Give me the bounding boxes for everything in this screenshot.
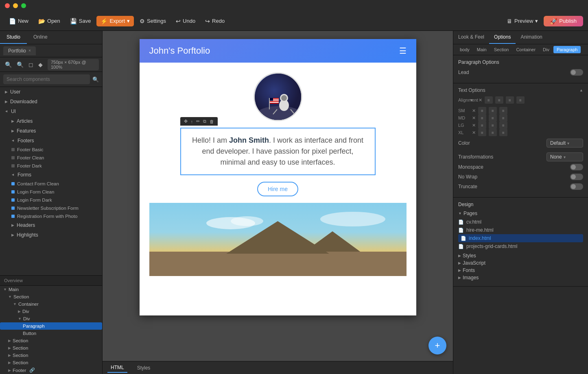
tree-item-container[interactable]: ▼ Container: [0, 300, 102, 308]
copy-icon[interactable]: ⧉: [202, 118, 208, 125]
sm-align-center[interactable]: ≡: [489, 107, 497, 114]
xl-align-center[interactable]: ≡: [489, 129, 497, 136]
component-login-form-clean[interactable]: Login Form Clean: [3, 188, 102, 196]
align-x-icon[interactable]: ✕: [479, 98, 482, 103]
delete-icon[interactable]: 🗑: [208, 118, 215, 125]
tree-item-section2[interactable]: ▶ Section: [0, 337, 102, 344]
studio-tab[interactable]: Studio: [0, 31, 27, 44]
ctx-div[interactable]: Div: [540, 46, 553, 53]
component-login-form-dark[interactable]: Login Form Dark: [3, 196, 102, 204]
fonts-section-header[interactable]: ▶ Fonts: [458, 267, 583, 273]
reset-zoom-button[interactable]: ◻: [27, 61, 35, 69]
component-footer-basic[interactable]: Footer Basic: [3, 146, 102, 154]
md-align-left[interactable]: ≡: [478, 114, 486, 122]
category-ui[interactable]: ▼ UI: [0, 107, 102, 116]
ctx-paragraph[interactable]: Paragraph: [553, 46, 581, 53]
tree-item-section5[interactable]: ▶ Section: [0, 359, 102, 366]
ctx-main[interactable]: Main: [474, 46, 490, 53]
maximize-traffic-light[interactable]: [21, 3, 26, 8]
zoom-in-button[interactable]: 🔍: [3, 61, 13, 69]
collapse-arrow-icon[interactable]: ▲: [579, 88, 583, 92]
export-button[interactable]: ⚡ Export ▾: [96, 16, 134, 26]
no-wrap-toggle[interactable]: [570, 174, 583, 180]
page-cv[interactable]: 📄 cv.html: [458, 218, 583, 226]
sm-x-icon[interactable]: ✕: [472, 108, 476, 113]
tree-item-section3[interactable]: ▶ Section: [0, 344, 102, 352]
up-icon[interactable]: ↑: [190, 118, 195, 125]
truncate-toggle[interactable]: [570, 183, 583, 190]
align-right-btn[interactable]: ≡: [506, 96, 514, 104]
online-tab[interactable]: Online: [27, 31, 54, 44]
align-left-btn[interactable]: ≡: [485, 96, 493, 104]
xl-align-left[interactable]: ≡: [478, 129, 486, 136]
tab-close-icon[interactable]: ×: [28, 48, 31, 53]
hire-me-button[interactable]: Hire me: [257, 182, 298, 196]
page-projects[interactable]: 📄 projects-grid-cards.html: [458, 242, 583, 250]
html-tab[interactable]: HTML: [107, 363, 127, 373]
align-justify-btn[interactable]: ≡: [516, 96, 525, 104]
md-align-right[interactable]: ≡: [499, 114, 507, 122]
xl-x-icon[interactable]: ✕: [472, 130, 476, 135]
tree-item-div1[interactable]: ▶ Div: [0, 308, 102, 315]
component-newsletter-sub[interactable]: Newsletter Subscription Form: [3, 204, 102, 212]
lg-x-icon[interactable]: ✕: [472, 123, 476, 128]
minimize-traffic-light[interactable]: [13, 3, 18, 8]
images-section-header[interactable]: ▶ Images: [458, 275, 583, 280]
tab-options[interactable]: Options: [489, 31, 516, 44]
styles-tab[interactable]: Styles: [134, 363, 154, 372]
publish-button[interactable]: 🚀 Publish: [544, 16, 583, 26]
category-articles[interactable]: ▶ Articles: [3, 116, 102, 126]
move-icon[interactable]: ✥: [183, 118, 189, 125]
search-input[interactable]: [3, 74, 90, 84]
canvas-scroll[interactable]: John's Porftolio ☰: [103, 31, 453, 361]
open-button[interactable]: 📂 Open: [34, 16, 64, 26]
component-footer-dark[interactable]: Footer Dark: [3, 162, 102, 170]
tree-item-section4[interactable]: ▶ Section: [0, 352, 102, 359]
ctx-container[interactable]: Container: [513, 46, 539, 53]
fab-add-button[interactable]: +: [428, 337, 446, 354]
tree-item-main[interactable]: ▼ Main: [0, 286, 102, 293]
undo-button[interactable]: ↩ Undo: [172, 16, 199, 26]
save-button[interactable]: 💾 Save: [66, 16, 95, 26]
lg-align-left[interactable]: ≡: [478, 122, 486, 129]
styles-section-header[interactable]: ▶ Styles: [458, 253, 583, 259]
category-forms[interactable]: ▼ Forms: [3, 170, 102, 180]
new-button[interactable]: 📄 New: [5, 16, 33, 26]
ctx-body[interactable]: body: [457, 46, 473, 53]
tab-look-feel[interactable]: Look & Feel: [453, 31, 489, 44]
hamburger-icon[interactable]: ☰: [399, 46, 407, 56]
sm-align-left[interactable]: ≡: [478, 107, 486, 114]
tree-item-button[interactable]: Button: [0, 330, 102, 337]
javascript-section-header[interactable]: ▶ JavaScript: [458, 260, 583, 266]
md-align-center[interactable]: ≡: [489, 114, 497, 122]
color-select[interactable]: Default ▾: [546, 139, 583, 148]
monospace-toggle[interactable]: [570, 164, 583, 170]
preview-button[interactable]: 🖥 Preview ▾: [503, 16, 542, 26]
tab-animation[interactable]: Animation: [516, 31, 547, 44]
transformations-select[interactable]: None ▾: [546, 152, 583, 161]
tree-item-div2[interactable]: ▼ Div: [0, 315, 102, 322]
md-x-icon[interactable]: ✕: [472, 115, 476, 121]
category-features[interactable]: ▶ Features: [3, 126, 102, 136]
category-downloaded[interactable]: ▶ Downloaded: [0, 97, 102, 107]
tree-item-section[interactable]: ▼ Section: [0, 293, 102, 300]
category-user[interactable]: ▶ User: [0, 87, 102, 97]
pages-section-header[interactable]: ▼ Pages: [458, 211, 583, 216]
category-headers[interactable]: ▶ Headers: [3, 220, 102, 230]
component-footer-clean[interactable]: Footer Clean: [3, 154, 102, 162]
edit-icon[interactable]: ✏: [195, 118, 201, 125]
zoom-out-button[interactable]: 🔍: [15, 61, 25, 69]
portfolio-tab[interactable]: Portfolio ×: [3, 46, 36, 55]
close-traffic-light[interactable]: [5, 3, 10, 8]
ctx-section[interactable]: Section: [491, 46, 512, 53]
xl-align-right[interactable]: ≡: [499, 129, 507, 136]
text-block[interactable]: ✥ ↑ ✏ ⧉ 🗑 Hello! I am John Smith. I work…: [180, 128, 376, 175]
sm-align-right[interactable]: ≡: [499, 107, 507, 114]
lead-toggle[interactable]: [570, 69, 583, 76]
component-contact-form-clean[interactable]: Contact Form Clean: [3, 180, 102, 188]
page-hire-me[interactable]: 📄 hire-me.html: [458, 226, 583, 234]
shapes-button[interactable]: ◆: [37, 61, 44, 69]
category-highlights[interactable]: ▶ Highlights: [3, 230, 102, 240]
redo-button[interactable]: ↪ Redo: [201, 16, 229, 26]
tree-item-paragraph[interactable]: Paragraph: [0, 322, 102, 330]
